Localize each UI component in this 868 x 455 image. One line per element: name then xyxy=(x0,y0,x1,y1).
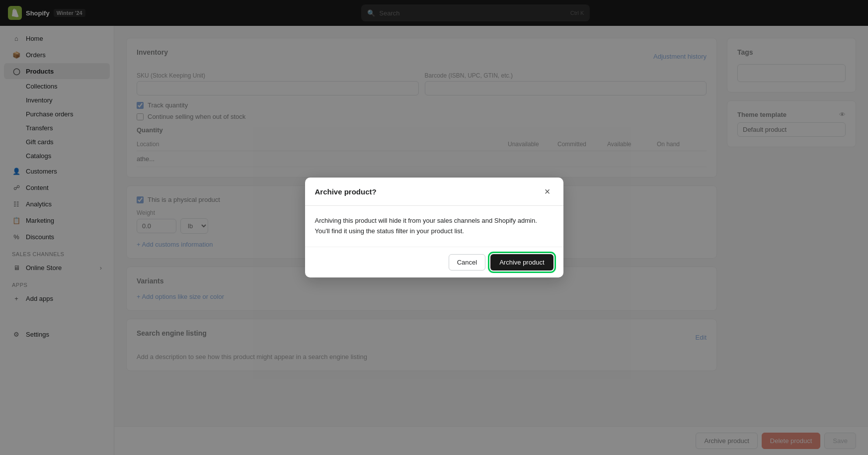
modal-footer: Cancel Archive product xyxy=(305,247,563,277)
archive-confirm-button[interactable]: Archive product xyxy=(490,254,553,271)
cancel-button[interactable]: Cancel xyxy=(449,254,485,271)
modal-overlay: Archive product? × Archiving this produc… xyxy=(0,0,868,455)
modal-header: Archive product? × xyxy=(305,178,563,206)
modal-body-text: Archiving this product will hide it from… xyxy=(315,216,553,237)
archive-modal: Archive product? × Archiving this produc… xyxy=(305,178,563,277)
modal-close-button[interactable]: × xyxy=(542,185,553,197)
modal-body: Archiving this product will hide it from… xyxy=(305,206,563,247)
modal-title: Archive product? xyxy=(315,187,377,196)
